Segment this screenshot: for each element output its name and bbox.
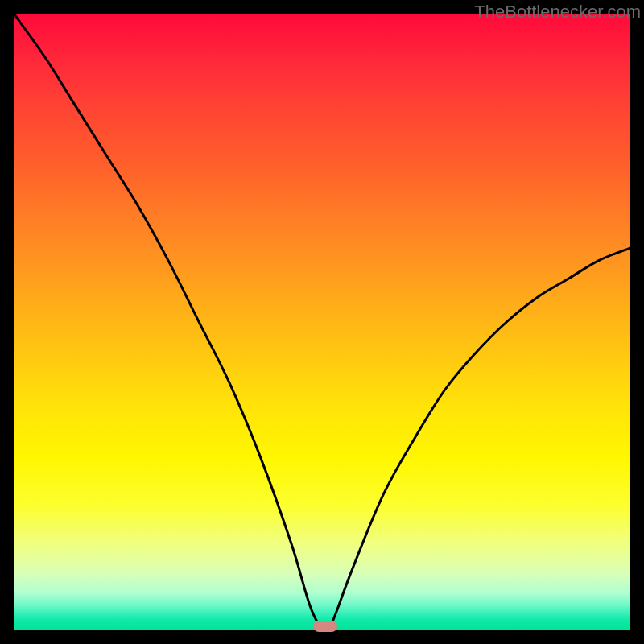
plot-area [14, 14, 630, 630]
optimum-marker [313, 621, 337, 632]
bottleneck-curve [14, 14, 630, 630]
curve-path [14, 14, 630, 630]
watermark-text: TheBottlenecker.com [474, 2, 641, 23]
chart-frame: TheBottlenecker.com [0, 0, 644, 644]
